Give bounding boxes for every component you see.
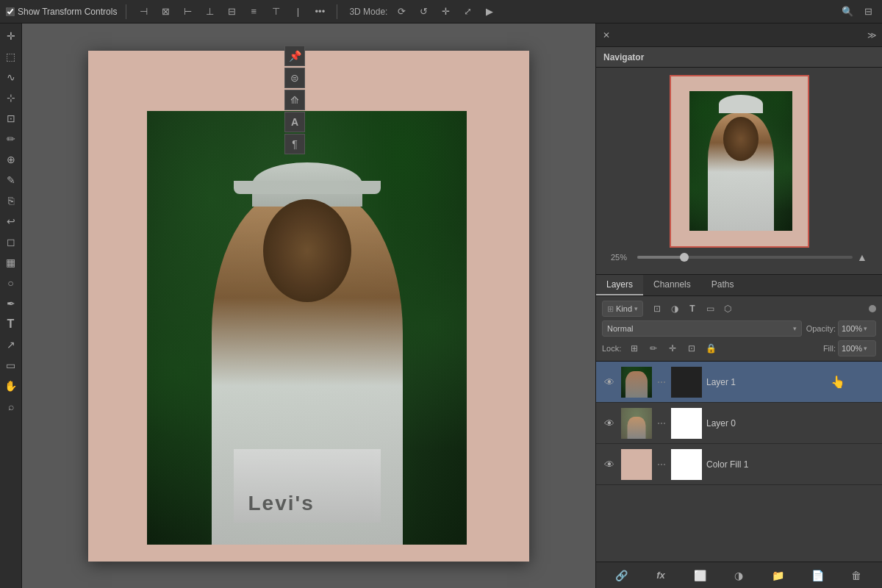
adjust-tool-floating[interactable]: ⊜ — [284, 68, 305, 88]
floating-tools-panel: 📌 ⊜ ⟰ A ¶ — [284, 46, 305, 154]
toolbar-right: 🔍 ⊟ — [839, 4, 876, 20]
pin-tool-floating[interactable]: 📌 — [284, 46, 305, 66]
text-tool[interactable]: T — [1, 315, 21, 334]
tab-channels[interactable]: Channels — [643, 275, 701, 295]
paragraph-tool-floating[interactable]: ¶ — [284, 134, 305, 154]
navigator-zoom-slider[interactable] — [637, 256, 853, 259]
crop-tool[interactable]: ⊡ — [1, 109, 21, 128]
canvas-photo: Levi's — [147, 111, 467, 545]
navigator-photo-bg — [689, 91, 792, 231]
marquee-tool[interactable]: ⬚ — [1, 47, 21, 66]
history-brush-tool[interactable]: ↩ — [1, 212, 21, 231]
transform-controls-label: Show Transform Controls — [18, 7, 117, 17]
texture-tool-floating[interactable]: ⟰ — [284, 90, 305, 110]
adjustment-layer-button[interactable]: ◑ — [731, 567, 747, 584]
layer-item-layer1[interactable]: 👁 ⋯ Layer 1 👆 — [596, 362, 882, 403]
cap-brim — [234, 181, 381, 194]
navigator-zoom-up-icon[interactable]: ▲ — [857, 252, 867, 262]
magic-wand-tool[interactable]: ⊹ — [1, 88, 21, 107]
gradient-tool[interactable]: ▦ — [1, 253, 21, 272]
pen-tool[interactable]: ✒ — [1, 294, 21, 313]
eraser-tool[interactable]: ◻ — [1, 232, 21, 251]
brush-tool[interactable]: ✎ — [1, 171, 21, 190]
search-icon[interactable]: 🔍 — [839, 4, 856, 20]
new-layer-button[interactable]: 📄 — [809, 567, 825, 584]
lasso-tool[interactable]: ∿ — [1, 68, 21, 87]
panels-icon[interactable]: ⊟ — [860, 4, 876, 20]
shape-filter-icon[interactable]: ▭ — [703, 301, 717, 316]
add-mask-button[interactable]: ⬜ — [692, 567, 708, 584]
layer0-mask-thumbnail — [671, 408, 702, 439]
align-left-icon[interactable]: ⊣ — [135, 4, 151, 20]
top-toolbar: Show Transform Controls ⊣ ⊠ ⊢ ⊥ ⊟ ≡ ⊤ | … — [0, 0, 882, 24]
fill-value-field[interactable]: 100% ▾ — [838, 340, 876, 356]
lock-artboard-button[interactable]: ⊡ — [684, 341, 699, 356]
type-tool-floating[interactable]: A — [284, 112, 305, 132]
move-tool[interactable]: ✛ — [1, 26, 21, 46]
opacity-value-field[interactable]: 100% ▾ — [838, 320, 876, 337]
3d-move-icon[interactable]: ↺ — [415, 4, 431, 20]
layers-controls: ⊞ Kind ▾ ⊡ ◑ T ▭ ⬡ No — [596, 296, 882, 362]
adjustment-filter-icon[interactable]: ◑ — [667, 301, 682, 316]
colorfill1-visibility-toggle[interactable]: 👁 — [602, 457, 617, 472]
panel-expand-button[interactable]: ≫ — [866, 29, 878, 41]
align-right-icon[interactable]: ⊢ — [179, 4, 196, 20]
eyedropper-tool[interactable]: ✏ — [1, 129, 21, 148]
zoom-tool[interactable]: ⌕ — [1, 397, 21, 416]
distribute-v-icon[interactable]: ⊟ — [223, 4, 240, 20]
clone-tool[interactable]: ⎘ — [1, 191, 21, 210]
transform-controls-checkbox[interactable]: Show Transform Controls — [6, 7, 117, 17]
kind-filter-dropdown[interactable]: ⊞ Kind ▾ — [602, 301, 643, 317]
nav-face — [723, 117, 759, 161]
lock-all-button[interactable]: 🔒 — [703, 341, 718, 356]
layer-item-colorfill1[interactable]: 👁 ⋯ Color Fill 1 — [596, 444, 882, 485]
lock-drawing-button[interactable]: ✏ — [646, 341, 661, 356]
distribute-h-icon[interactable]: ≡ — [245, 4, 262, 20]
layer1-name: Layer 1 — [706, 377, 876, 387]
panel-close-button[interactable]: ✕ — [600, 29, 612, 41]
pixel-filter-icon[interactable]: ⊡ — [650, 301, 664, 316]
blend-mode-value: Normal — [607, 324, 633, 333]
3d-rotate-icon[interactable]: ⟳ — [393, 4, 409, 20]
hand-tool[interactable]: ✋ — [1, 376, 21, 395]
navigator-person-mini — [708, 113, 774, 231]
delete-layer-button[interactable]: 🗑 — [848, 567, 864, 584]
tab-layers[interactable]: Layers — [596, 275, 643, 295]
3d-orbit-icon[interactable]: ✛ — [437, 4, 453, 20]
path-select-tool[interactable]: ↗ — [1, 335, 21, 354]
layer-item-layer0[interactable]: 👁 ⋯ Layer 0 — [596, 403, 882, 444]
navigator-image-inner — [689, 91, 792, 231]
blend-mode-dropdown[interactable]: Normal ▾ — [602, 320, 802, 337]
3d-pan-icon[interactable]: ⤢ — [459, 4, 476, 20]
lock-position-button[interactable]: ✛ — [665, 341, 680, 356]
layer0-visibility-toggle[interactable]: 👁 — [602, 416, 617, 431]
blend-opacity-row: Normal ▾ Opacity: 100% ▾ — [602, 320, 876, 337]
colorfill1-thumbnail — [621, 449, 652, 480]
blur-tool[interactable]: ○ — [1, 273, 21, 293]
link-layers-button[interactable]: 🔗 — [614, 567, 630, 584]
3d-camera-icon[interactable]: ▶ — [481, 4, 498, 20]
align-center-v-icon[interactable]: ⊠ — [157, 4, 173, 20]
fx-button[interactable]: fx — [653, 567, 669, 584]
new-group-button[interactable]: 📁 — [770, 567, 786, 584]
shape-tool[interactable]: ▭ — [1, 356, 21, 375]
right-panel: ✕ ≫ Navigator — [595, 24, 882, 588]
layer0-name: Layer 0 — [706, 418, 876, 429]
align-top-icon[interactable]: ⊤ — [268, 4, 284, 20]
layer1-visibility-toggle[interactable]: 👁 — [602, 375, 617, 390]
heal-tool[interactable]: ⊕ — [1, 150, 21, 169]
smartobject-filter-icon[interactable]: ⬡ — [720, 301, 735, 316]
tab-paths[interactable]: Paths — [701, 275, 745, 295]
navigator-section: Navigator 25% — [596, 47, 882, 275]
layer1-photo-thumb — [621, 367, 652, 398]
layer1-mask-thumbnail — [671, 367, 702, 398]
align-bottom-icon[interactable]: ⊥ — [201, 4, 218, 20]
lock-pixels-button[interactable]: ⊞ — [627, 341, 642, 356]
navigator-zoom-handle[interactable] — [680, 253, 689, 262]
more-options-icon[interactable]: ••• — [312, 4, 328, 20]
align-right2-icon[interactable]: | — [290, 4, 306, 20]
lock-label: Lock: — [602, 344, 621, 353]
layers-filter-row: ⊞ Kind ▾ ⊡ ◑ T ▭ ⬡ — [602, 301, 876, 317]
face-area — [263, 199, 351, 302]
type-filter-icon[interactable]: T — [685, 301, 700, 316]
